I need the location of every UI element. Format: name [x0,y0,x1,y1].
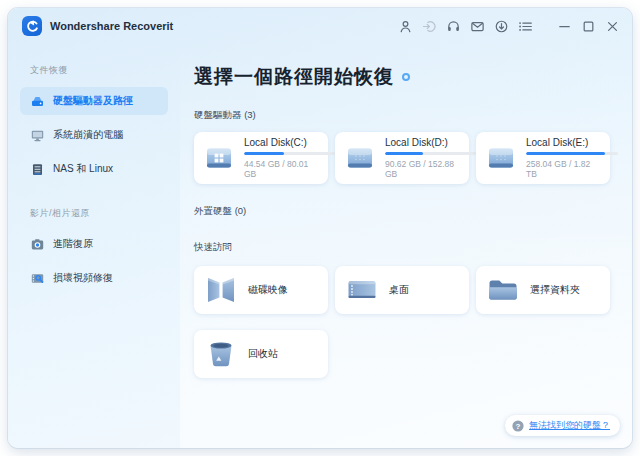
quick-card-label: 回收站 [248,347,278,361]
sidebar: 文件恢復 硬盤驅動器及路徑 系統崩潰的電腦 [8,44,180,448]
maximize-button[interactable] [581,19,596,34]
drive-usage-bar [385,152,477,156]
help-link: 無法找到您的硬盤？ [529,419,610,432]
disk-c-icon [204,145,234,171]
question-icon: ? [512,420,524,432]
svg-text:?: ? [516,421,521,430]
drive-card-e[interactable]: Local Disk(E:) 258.04 GB / 1.82 TB [476,132,610,184]
drive-usage-bar [526,152,618,156]
drive-name: Local Disk(D:) [385,137,459,148]
close-button[interactable] [605,19,620,34]
recycle-bin-icon [204,339,238,369]
sidebar-item-label: 系統崩潰的電腦 [53,128,123,142]
sidebar-item-drives-and-paths[interactable]: 硬盤驅動器及路徑 [20,87,168,115]
video-repair-icon [30,271,45,286]
headset-icon[interactable] [446,19,461,34]
drive-size: 90.62 GB / 152.88 GB [385,159,459,179]
computer-icon [30,128,45,143]
drive-name: Local Disk(E:) [526,137,600,148]
drive-usage-bar [244,152,336,156]
quick-card-label: 選擇資料夾 [530,283,580,297]
quick-card-recycle-bin[interactable]: 回收站 [194,330,328,378]
sidebar-item-label: 進階復原 [53,237,93,251]
user-icon[interactable] [398,19,413,34]
sidebar-item-nas-linux[interactable]: NAS 和 Linux [20,155,168,183]
minimize-button[interactable] [557,19,572,34]
sidebar-item-label: 硬盤驅動器及路徑 [53,94,133,108]
title-bar: Wondershare Recoverit [8,8,632,44]
disk-e-icon [486,145,516,171]
quick-card-disk-image[interactable]: 磁碟映像 [194,266,328,314]
quick-card-desktop[interactable]: 桌面 [335,266,469,314]
desktop-icon [345,275,379,305]
info-dot-icon[interactable] [402,73,410,81]
sidebar-section-photo-video: 影片/相片還原 [30,207,168,220]
app-window: Wondershare Recoverit [8,8,632,448]
sidebar-item-label: NAS 和 Linux [53,162,113,176]
sidebar-item-crashed-computer[interactable]: 系統崩潰的電腦 [20,121,168,149]
disk-image-icon [204,275,238,305]
quick-access-grid: 磁碟映像 桌面 選擇資料夾 [194,266,632,378]
nas-server-icon [30,162,45,177]
recoverit-logo-icon [22,16,42,36]
drives-section-label: 硬盤驅動器 (3) [194,109,632,122]
menu-icon[interactable] [518,19,533,34]
external-section-label: 外置硬盤 (0) [194,205,632,218]
mail-icon[interactable] [470,19,485,34]
quick-card-label: 磁碟映像 [248,283,288,297]
app-title: Wondershare Recoverit [50,20,173,32]
camera-icon [30,237,45,252]
main-panel: 選擇一個路徑開始恢復 硬盤驅動器 (3) Local Disk(C:) [180,44,632,448]
folder-icon [486,275,520,305]
sidebar-item-enhanced-recovery[interactable]: 進階復原 [20,230,168,258]
signin-icon[interactable] [422,19,437,34]
sidebar-item-label: 損壞視頻修復 [53,271,113,285]
sidebar-section-file-recovery: 文件恢復 [30,64,168,77]
drive-card-c[interactable]: Local Disk(C:) 44.54 GB / 80.01 GB [194,132,328,184]
drive-size: 44.54 GB / 80.01 GB [244,159,318,179]
page-title: 選擇一個路徑開始恢復 [194,64,394,90]
sidebar-item-video-repair[interactable]: 損壞視頻修復 [20,264,168,292]
quick-card-label: 桌面 [389,283,409,297]
drive-name: Local Disk(C:) [244,137,318,148]
drives-grid: Local Disk(C:) 44.54 GB / 80.01 GB [194,132,632,184]
help-pill[interactable]: ? 無法找到您的硬盤？ [505,415,620,436]
quick-card-select-folder[interactable]: 選擇資料夾 [476,266,610,314]
disk-d-icon [345,145,375,171]
quick-access-label: 快速訪問 [194,241,632,254]
drive-size: 258.04 GB / 1.82 TB [526,159,600,179]
drive-card-d[interactable]: Local Disk(D:) 90.62 GB / 152.88 GB [335,132,469,184]
update-icon[interactable] [494,19,509,34]
hard-drive-icon [30,94,45,109]
